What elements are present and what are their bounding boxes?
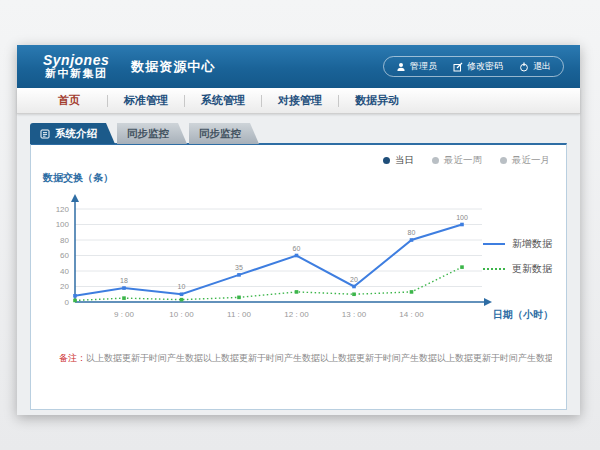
nav-item-interface-mgmt[interactable]: 对接管理: [262, 93, 338, 108]
y-axis-title: 数据交换（条）: [43, 171, 113, 185]
radio-label: 当日: [395, 154, 414, 167]
svg-text:10 : 00: 10 : 00: [169, 310, 194, 319]
svg-text:35: 35: [235, 264, 243, 271]
dotted-line-icon: [483, 268, 505, 270]
svg-text:9 : 00: 9 : 00: [114, 310, 135, 319]
legend-label: 新增数据: [512, 237, 552, 251]
tab-system-intro[interactable]: 系统介绍: [30, 123, 115, 144]
user-menu-button[interactable]: 管理员: [396, 60, 437, 73]
content-area: 系统介绍 同步监控 同步监控 当日 最近一周 最近一月 数据交换: [17, 114, 580, 415]
nav-item-home[interactable]: 首页: [31, 93, 107, 108]
username-label: 管理员: [410, 60, 437, 73]
svg-text:11 : 00: 11 : 00: [227, 310, 251, 319]
svg-text:20: 20: [350, 276, 358, 283]
brand-logo-cn: 新中新集团: [43, 68, 109, 80]
nav-item-system-mgmt[interactable]: 系统管理: [185, 93, 261, 108]
svg-text:60: 60: [60, 251, 69, 260]
legend-item-new-data[interactable]: 新增数据: [483, 237, 552, 251]
footnote-text: 以上数据更新于时间产生数据以上数据更新于时间产生数据以上数据更新于时间产生数据以…: [86, 353, 552, 363]
svg-text:80: 80: [60, 236, 69, 245]
main-nav: 首页 标准管理 系统管理 对接管理 数据异动: [17, 88, 580, 114]
svg-text:10: 10: [178, 283, 186, 290]
svg-text:100: 100: [456, 214, 468, 221]
user-toolbar: 管理员 修改密码 退出: [383, 56, 564, 77]
logout-button[interactable]: 退出: [519, 60, 551, 73]
user-icon: [396, 62, 406, 72]
legend-item-updated-data[interactable]: 更新数据: [483, 262, 552, 276]
svg-text:20: 20: [60, 282, 69, 291]
power-icon: [519, 62, 529, 72]
nav-item-standard-mgmt[interactable]: 标准管理: [108, 93, 184, 108]
chart-panel: 当日 最近一周 最近一月 数据交换（条） 0204060801001209 : …: [30, 143, 567, 410]
svg-text:日期（小时）: 日期（小时）: [493, 309, 553, 320]
svg-text:0: 0: [65, 298, 70, 307]
radio-dot-icon: [500, 157, 507, 164]
change-password-button[interactable]: 修改密码: [453, 60, 503, 73]
chart-legend: 新增数据 更新数据: [483, 237, 552, 276]
solid-line-icon: [483, 243, 505, 245]
radio-today[interactable]: 当日: [383, 154, 414, 167]
change-password-label: 修改密码: [467, 60, 503, 73]
edit-icon: [453, 62, 463, 72]
footnote-prefix: 备注：: [59, 353, 86, 363]
radio-last-month[interactable]: 最近一月: [500, 154, 550, 167]
svg-text:100: 100: [56, 220, 70, 229]
header: Synjones 新中新集团 数据资源中心 管理员 修改密码: [17, 45, 580, 88]
tab-bar: 系统介绍 同步监控 同步监控: [30, 123, 259, 144]
radio-label: 最近一周: [444, 154, 482, 167]
nav-item-data-change[interactable]: 数据异动: [339, 93, 415, 108]
radio-last-week[interactable]: 最近一周: [432, 154, 482, 167]
svg-text:18: 18: [120, 277, 128, 284]
radio-dot-icon: [432, 157, 439, 164]
radio-label: 最近一月: [512, 154, 550, 167]
logout-label: 退出: [533, 60, 551, 73]
svg-text:60: 60: [293, 245, 301, 252]
svg-text:120: 120: [56, 205, 70, 214]
app-window: Synjones 新中新集团 数据资源中心 管理员 修改密码: [17, 45, 580, 415]
svg-text:14 : 00: 14 : 00: [399, 310, 424, 319]
document-icon: [40, 129, 50, 139]
page-title: 数据资源中心: [131, 58, 215, 76]
footnote: 备注：以上数据更新于时间产生数据以上数据更新于时间产生数据以上数据更新于时间产生…: [59, 352, 552, 365]
legend-label: 更新数据: [512, 262, 552, 276]
radio-dot-icon: [383, 157, 390, 164]
tab-label: 系统介绍: [55, 123, 97, 144]
svg-text:40: 40: [60, 267, 69, 276]
range-filter: 当日 最近一周 最近一月: [383, 154, 550, 167]
tab-sync-monitor-1[interactable]: 同步监控: [117, 123, 187, 144]
brand-logo: Synjones 新中新集团: [43, 53, 109, 79]
tab-sync-monitor-2[interactable]: 同步监控: [189, 123, 259, 144]
svg-text:80: 80: [408, 229, 416, 236]
brand-logo-name: Synjones: [43, 53, 109, 68]
svg-text:12 : 00: 12 : 00: [284, 310, 309, 319]
svg-text:13 : 00: 13 : 00: [342, 310, 367, 319]
